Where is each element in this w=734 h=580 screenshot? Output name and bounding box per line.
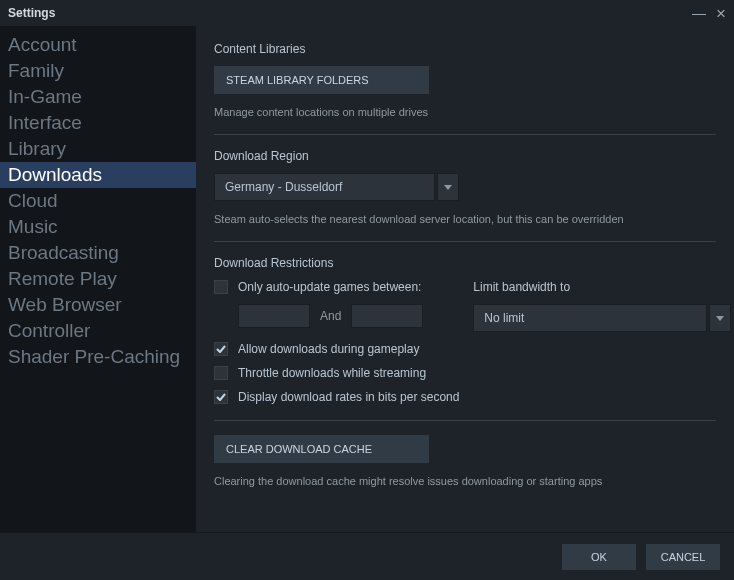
throttle-checkbox[interactable]: [214, 366, 228, 380]
download-restrictions-heading: Download Restrictions: [214, 256, 716, 270]
content-libraries-desc: Manage content locations on multiple dri…: [214, 106, 716, 118]
window-title: Settings: [8, 6, 55, 20]
download-region-selected: Germany - Dusseldorf: [214, 173, 435, 201]
sidebar-item-controller[interactable]: Controller: [0, 318, 196, 344]
content-libraries-heading: Content Libraries: [214, 42, 716, 56]
download-region-desc: Steam auto-selects the nearest download …: [214, 213, 716, 225]
limit-bandwidth-heading: Limit bandwidth to: [473, 280, 731, 294]
download-region-dropdown[interactable]: Germany - Dusseldorf: [214, 173, 459, 201]
sidebar-item-cloud[interactable]: Cloud: [0, 188, 196, 214]
sidebar-item-label: Shader Pre-Caching: [8, 346, 180, 367]
sidebar-item-label: Interface: [8, 112, 82, 133]
sidebar-item-account[interactable]: Account: [0, 32, 196, 58]
display-bits-label: Display download rates in bits per secon…: [238, 390, 459, 404]
sidebar-item-label: Remote Play: [8, 268, 117, 289]
restrictions-right: Limit bandwidth to No limit: [473, 280, 731, 342]
auto-update-checkbox-row: Only auto-update games between:: [214, 280, 423, 294]
sidebar-item-label: Music: [8, 216, 58, 237]
clear-download-cache-button[interactable]: CLEAR DOWNLOAD CACHE: [214, 435, 429, 463]
sidebar-item-web-browser[interactable]: Web Browser: [0, 292, 196, 318]
cancel-button[interactable]: CANCEL: [646, 544, 720, 570]
sidebar-item-shader-pre-caching[interactable]: Shader Pre-Caching: [0, 344, 196, 370]
chevron-down-icon[interactable]: [437, 173, 459, 201]
sidebar-item-downloads[interactable]: Downloads: [0, 162, 196, 188]
and-label: And: [320, 309, 341, 323]
display-bits-checkbox[interactable]: [214, 390, 228, 404]
restrictions-row: Only auto-update games between: And Limi…: [214, 280, 716, 342]
sidebar-item-label: Cloud: [8, 190, 58, 211]
sidebar-item-label: Library: [8, 138, 66, 159]
titlebar: Settings — ×: [0, 0, 734, 26]
limit-bandwidth-selected: No limit: [473, 304, 707, 332]
ok-button[interactable]: OK: [562, 544, 636, 570]
footer: OK CANCEL: [0, 532, 734, 580]
sidebar-item-label: Broadcasting: [8, 242, 119, 263]
close-icon[interactable]: ×: [716, 5, 726, 22]
divider: [214, 134, 716, 135]
sidebar-item-label: Family: [8, 60, 64, 81]
sidebar-item-remote-play[interactable]: Remote Play: [0, 266, 196, 292]
sidebar: Account Family In-Game Interface Library…: [0, 26, 196, 532]
limit-bandwidth-dropdown[interactable]: No limit: [473, 304, 731, 332]
auto-update-time-row: And: [238, 304, 423, 328]
throttle-label: Throttle downloads while streaming: [238, 366, 426, 380]
sidebar-item-library[interactable]: Library: [0, 136, 196, 162]
allow-gameplay-checkbox[interactable]: [214, 342, 228, 356]
auto-update-checkbox[interactable]: [214, 280, 228, 294]
sidebar-item-music[interactable]: Music: [0, 214, 196, 240]
sidebar-item-interface[interactable]: Interface: [0, 110, 196, 136]
minimize-icon[interactable]: —: [692, 6, 706, 20]
time-start-input[interactable]: [238, 304, 310, 328]
clear-cache-desc: Clearing the download cache might resolv…: [214, 475, 716, 487]
chevron-down-icon[interactable]: [709, 304, 731, 332]
sidebar-item-broadcasting[interactable]: Broadcasting: [0, 240, 196, 266]
display-bits-checkbox-row: Display download rates in bits per secon…: [214, 390, 716, 404]
content-panel: Content Libraries STEAM LIBRARY FOLDERS …: [196, 26, 734, 532]
sidebar-item-label: Web Browser: [8, 294, 122, 315]
download-region-heading: Download Region: [214, 149, 716, 163]
sidebar-item-label: Account: [8, 34, 77, 55]
sidebar-item-family[interactable]: Family: [0, 58, 196, 84]
sidebar-item-label: In-Game: [8, 86, 82, 107]
divider: [214, 420, 716, 421]
sidebar-item-label: Controller: [8, 320, 90, 341]
sidebar-item-in-game[interactable]: In-Game: [0, 84, 196, 110]
allow-gameplay-label: Allow downloads during gameplay: [238, 342, 419, 356]
restrictions-left: Only auto-update games between: And: [214, 280, 423, 342]
allow-gameplay-checkbox-row: Allow downloads during gameplay: [214, 342, 716, 356]
throttle-checkbox-row: Throttle downloads while streaming: [214, 366, 716, 380]
auto-update-label: Only auto-update games between:: [238, 280, 421, 294]
sidebar-item-label: Downloads: [8, 164, 102, 185]
steam-library-folders-button[interactable]: STEAM LIBRARY FOLDERS: [214, 66, 429, 94]
divider: [214, 241, 716, 242]
time-end-input[interactable]: [351, 304, 423, 328]
window-controls: — ×: [692, 5, 726, 22]
main-row: Account Family In-Game Interface Library…: [0, 26, 734, 532]
